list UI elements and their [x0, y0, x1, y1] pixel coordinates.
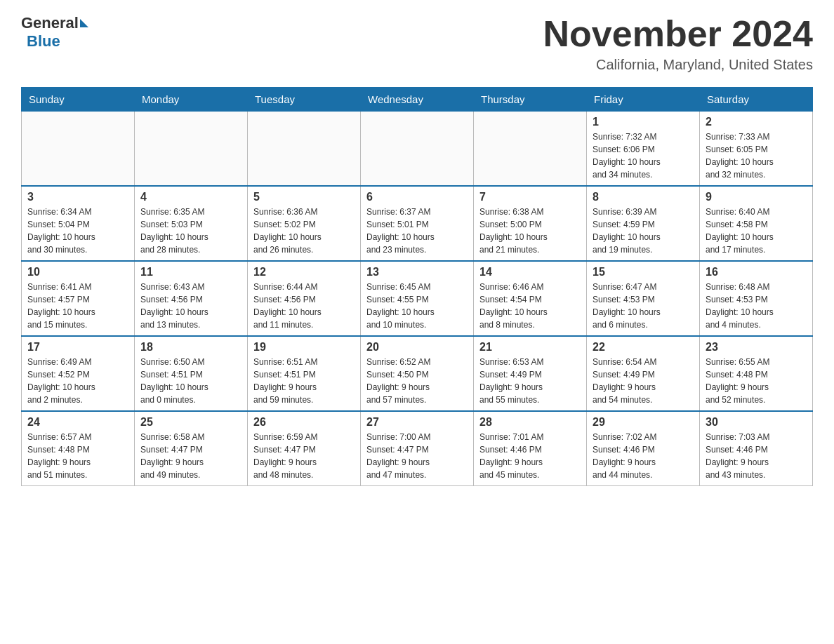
- day-number: 14: [479, 266, 581, 279]
- col-wednesday: Wednesday: [361, 88, 474, 112]
- day-number: 16: [706, 266, 807, 279]
- day-info: Sunrise: 6:46 AMSunset: 4:54 PMDaylight:…: [479, 281, 581, 331]
- col-tuesday: Tuesday: [248, 88, 361, 112]
- table-row: [474, 112, 587, 187]
- table-row: 20Sunrise: 6:52 AMSunset: 4:50 PMDayligh…: [361, 336, 474, 411]
- day-number: 9: [706, 191, 807, 203]
- table-row: 16Sunrise: 6:48 AMSunset: 4:53 PMDayligh…: [700, 261, 813, 336]
- col-monday: Monday: [135, 88, 248, 112]
- day-info: Sunrise: 6:57 AMSunset: 4:48 PMDaylight:…: [27, 431, 128, 481]
- logo-blue: Blue: [27, 32, 60, 50]
- day-number: 5: [253, 191, 355, 203]
- table-row: 10Sunrise: 6:41 AMSunset: 4:57 PMDayligh…: [22, 261, 135, 336]
- day-info: Sunrise: 7:02 AMSunset: 4:46 PMDaylight:…: [593, 431, 694, 481]
- table-row: 4Sunrise: 6:35 AMSunset: 5:03 PMDaylight…: [135, 186, 248, 261]
- table-row: [361, 112, 474, 187]
- table-row: 23Sunrise: 6:55 AMSunset: 4:48 PMDayligh…: [700, 336, 813, 411]
- col-thursday: Thursday: [474, 88, 587, 112]
- table-row: 24Sunrise: 6:57 AMSunset: 4:48 PMDayligh…: [22, 411, 135, 486]
- table-row: 21Sunrise: 6:53 AMSunset: 4:49 PMDayligh…: [474, 336, 587, 411]
- table-row: 22Sunrise: 6:54 AMSunset: 4:49 PMDayligh…: [587, 336, 700, 411]
- table-row: 6Sunrise: 6:37 AMSunset: 5:01 PMDaylight…: [361, 186, 474, 261]
- table-row: 14Sunrise: 6:46 AMSunset: 4:54 PMDayligh…: [474, 261, 587, 336]
- day-number: 2: [706, 116, 807, 128]
- table-row: 17Sunrise: 6:49 AMSunset: 4:52 PMDayligh…: [22, 336, 135, 411]
- day-number: 20: [366, 341, 468, 354]
- day-number: 10: [27, 266, 128, 279]
- table-row: [22, 112, 135, 187]
- col-sunday: Sunday: [22, 88, 135, 112]
- day-info: Sunrise: 6:51 AMSunset: 4:51 PMDaylight:…: [253, 356, 355, 406]
- calendar-row: 24Sunrise: 6:57 AMSunset: 4:48 PMDayligh…: [22, 411, 813, 486]
- calendar-row: 3Sunrise: 6:34 AMSunset: 5:04 PMDaylight…: [22, 186, 813, 261]
- title-area: November 2024 California, Maryland, Unit…: [543, 14, 813, 73]
- day-info: Sunrise: 6:48 AMSunset: 4:53 PMDaylight:…: [706, 281, 807, 331]
- table-row: 25Sunrise: 6:58 AMSunset: 4:47 PMDayligh…: [135, 411, 248, 486]
- header: General Blue November 2024 California, M…: [21, 14, 813, 73]
- table-row: 7Sunrise: 6:38 AMSunset: 5:00 PMDaylight…: [474, 186, 587, 261]
- table-row: 8Sunrise: 6:39 AMSunset: 4:59 PMDaylight…: [587, 186, 700, 261]
- day-number: 25: [140, 416, 241, 429]
- calendar-title: November 2024: [543, 14, 813, 54]
- table-row: 29Sunrise: 7:02 AMSunset: 4:46 PMDayligh…: [587, 411, 700, 486]
- day-info: Sunrise: 6:35 AMSunset: 5:03 PMDaylight:…: [140, 206, 241, 256]
- day-info: Sunrise: 6:45 AMSunset: 4:55 PMDaylight:…: [366, 281, 468, 331]
- logo-blue-label: Blue: [24, 32, 60, 51]
- day-number: 24: [27, 416, 128, 429]
- day-info: Sunrise: 6:39 AMSunset: 4:59 PMDaylight:…: [593, 206, 694, 256]
- day-info: Sunrise: 7:33 AMSunset: 6:05 PMDaylight:…: [706, 130, 807, 181]
- day-number: 21: [479, 341, 581, 354]
- table-row: 19Sunrise: 6:51 AMSunset: 4:51 PMDayligh…: [248, 336, 361, 411]
- day-info: Sunrise: 6:54 AMSunset: 4:49 PMDaylight:…: [593, 356, 694, 406]
- day-info: Sunrise: 7:00 AMSunset: 4:47 PMDaylight:…: [366, 431, 468, 481]
- day-info: Sunrise: 6:37 AMSunset: 5:01 PMDaylight:…: [366, 206, 468, 256]
- table-row: 3Sunrise: 6:34 AMSunset: 5:04 PMDaylight…: [22, 186, 135, 261]
- day-number: 3: [27, 191, 128, 203]
- table-row: 18Sunrise: 6:50 AMSunset: 4:51 PMDayligh…: [135, 336, 248, 411]
- table-row: 11Sunrise: 6:43 AMSunset: 4:56 PMDayligh…: [135, 261, 248, 336]
- calendar-location: California, Maryland, United States: [543, 57, 813, 73]
- calendar-table: Sunday Monday Tuesday Wednesday Thursday…: [21, 87, 813, 486]
- day-info: Sunrise: 6:36 AMSunset: 5:02 PMDaylight:…: [253, 206, 355, 256]
- day-info: Sunrise: 6:38 AMSunset: 5:00 PMDaylight:…: [479, 206, 581, 256]
- col-friday: Friday: [587, 88, 700, 112]
- table-row: 30Sunrise: 7:03 AMSunset: 4:46 PMDayligh…: [700, 411, 813, 486]
- calendar-row: 10Sunrise: 6:41 AMSunset: 4:57 PMDayligh…: [22, 261, 813, 336]
- day-number: 1: [593, 116, 694, 128]
- logo-area: General Blue: [21, 14, 88, 51]
- day-info: Sunrise: 6:49 AMSunset: 4:52 PMDaylight:…: [27, 356, 128, 406]
- logo-triangle-icon: [80, 19, 88, 27]
- table-row: 5Sunrise: 6:36 AMSunset: 5:02 PMDaylight…: [248, 186, 361, 261]
- col-saturday: Saturday: [700, 88, 813, 112]
- day-info: Sunrise: 6:47 AMSunset: 4:53 PMDaylight:…: [593, 281, 694, 331]
- table-row: 9Sunrise: 6:40 AMSunset: 4:58 PMDaylight…: [700, 186, 813, 261]
- calendar-header-row: Sunday Monday Tuesday Wednesday Thursday…: [22, 88, 813, 112]
- day-info: Sunrise: 6:52 AMSunset: 4:50 PMDaylight:…: [366, 356, 468, 406]
- day-number: 28: [479, 416, 581, 429]
- day-info: Sunrise: 6:40 AMSunset: 4:58 PMDaylight:…: [706, 206, 807, 256]
- day-info: Sunrise: 7:01 AMSunset: 4:46 PMDaylight:…: [479, 431, 581, 481]
- logo-general: General: [21, 14, 79, 32]
- day-info: Sunrise: 6:44 AMSunset: 4:56 PMDaylight:…: [253, 281, 355, 331]
- table-row: 1Sunrise: 7:32 AMSunset: 6:06 PMDaylight…: [587, 112, 700, 187]
- day-info: Sunrise: 6:59 AMSunset: 4:47 PMDaylight:…: [253, 431, 355, 481]
- day-info: Sunrise: 6:58 AMSunset: 4:47 PMDaylight:…: [140, 431, 241, 481]
- table-row: 15Sunrise: 6:47 AMSunset: 4:53 PMDayligh…: [587, 261, 700, 336]
- day-number: 7: [479, 191, 581, 203]
- day-number: 26: [253, 416, 355, 429]
- day-info: Sunrise: 6:55 AMSunset: 4:48 PMDaylight:…: [706, 356, 807, 406]
- day-info: Sunrise: 6:34 AMSunset: 5:04 PMDaylight:…: [27, 206, 128, 256]
- day-info: Sunrise: 6:53 AMSunset: 4:49 PMDaylight:…: [479, 356, 581, 406]
- day-number: 27: [366, 416, 468, 429]
- day-info: Sunrise: 6:43 AMSunset: 4:56 PMDaylight:…: [140, 281, 241, 331]
- day-info: Sunrise: 6:50 AMSunset: 4:51 PMDaylight:…: [140, 356, 241, 406]
- day-info: Sunrise: 7:32 AMSunset: 6:06 PMDaylight:…: [593, 130, 694, 181]
- day-number: 11: [140, 266, 241, 279]
- day-number: 12: [253, 266, 355, 279]
- day-info: Sunrise: 7:03 AMSunset: 4:46 PMDaylight:…: [706, 431, 807, 481]
- day-number: 4: [140, 191, 241, 203]
- table-row: 13Sunrise: 6:45 AMSunset: 4:55 PMDayligh…: [361, 261, 474, 336]
- day-number: 6: [366, 191, 468, 203]
- table-row: 26Sunrise: 6:59 AMSunset: 4:47 PMDayligh…: [248, 411, 361, 486]
- day-number: 29: [593, 416, 694, 429]
